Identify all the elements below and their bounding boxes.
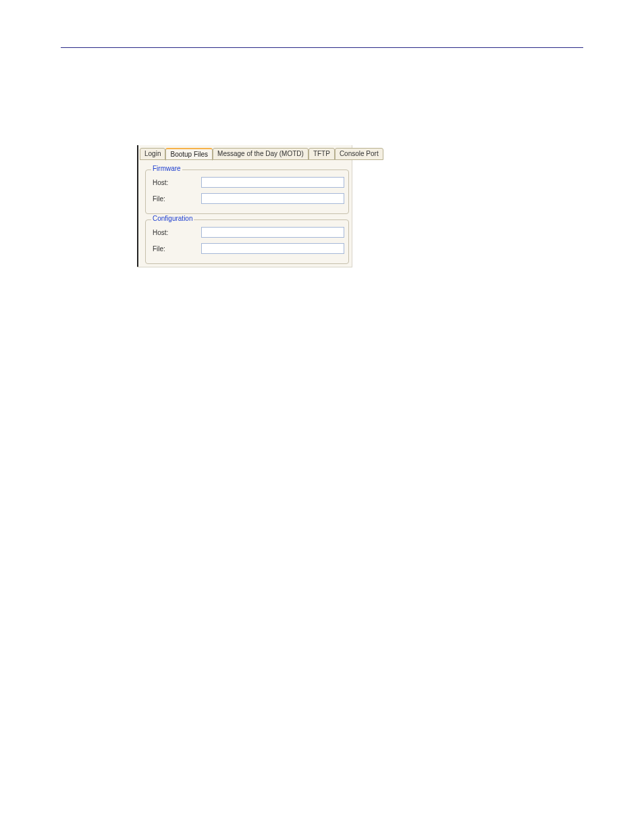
firmware-file-input[interactable] (201, 193, 344, 204)
firmware-legend: Firmware (151, 165, 182, 172)
configuration-file-row: File: (153, 243, 344, 254)
firmware-file-label: File: (153, 195, 201, 203)
tab-tftp[interactable]: TFTP (308, 148, 335, 160)
configuration-file-input[interactable] (201, 243, 344, 254)
configuration-host-row: Host: (153, 227, 344, 238)
firmware-host-input[interactable] (201, 177, 344, 188)
page-top-rule (61, 47, 583, 48)
firmware-fieldset: Firmware Host: File: (145, 170, 349, 214)
tab-strip: Login Bootup Files Message of the Day (M… (140, 147, 350, 160)
panel-left-border (137, 145, 138, 267)
configuration-host-input[interactable] (201, 227, 344, 238)
configuration-file-label: File: (153, 245, 201, 253)
configuration-legend: Configuration (151, 215, 194, 222)
settings-panel: Login Bootup Files Message of the Day (M… (137, 145, 352, 267)
configuration-fieldset: Configuration Host: File: (145, 219, 349, 264)
tab-underline (140, 159, 350, 160)
tab-motd[interactable]: Message of the Day (MOTD) (213, 148, 308, 160)
tab-login[interactable]: Login (140, 148, 165, 160)
firmware-file-row: File: (153, 193, 344, 204)
firmware-host-label: Host: (153, 179, 201, 186)
firmware-host-row: Host: (153, 177, 344, 188)
configuration-host-label: Host: (153, 229, 201, 236)
tab-console-port[interactable]: Console Port (335, 148, 383, 160)
